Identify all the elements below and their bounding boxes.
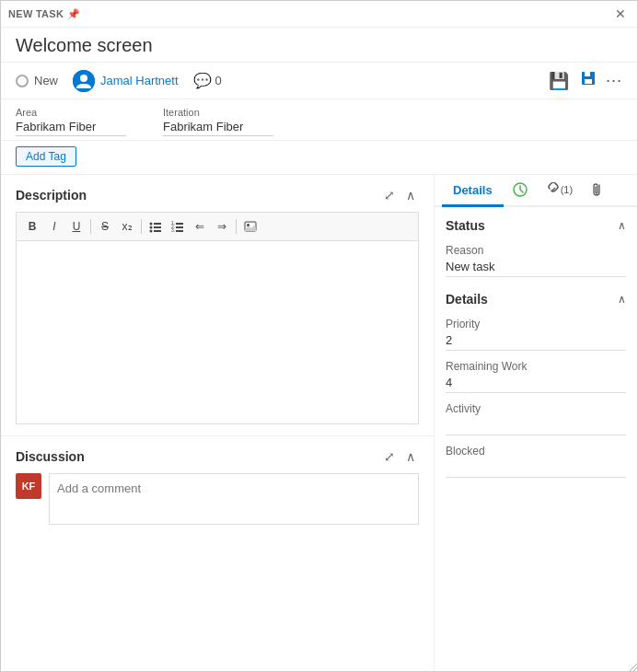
save-button[interactable]: 💾 xyxy=(547,69,571,93)
details-section-header: Details ∧ xyxy=(446,292,626,310)
status-section-title: Status xyxy=(446,218,485,233)
blocked-field-row: Blocked xyxy=(446,445,626,478)
comment-user-initials: KF xyxy=(22,481,36,492)
title-bar: NEW TASK 📌 ✕ xyxy=(1,1,637,28)
comment-icon: 💬 xyxy=(193,72,212,89)
resize-handle[interactable] xyxy=(626,660,637,671)
svg-point-5 xyxy=(150,223,153,226)
save-close-button[interactable] xyxy=(578,68,598,93)
svg-point-9 xyxy=(150,230,153,233)
discussion-section: Discussion ⤢ ∧ KF xyxy=(1,436,434,536)
discussion-title: Discussion xyxy=(16,449,85,464)
numbered-list-button[interactable]: 1.2.3. xyxy=(168,216,188,237)
title-bar-left: NEW TASK 📌 xyxy=(8,8,80,20)
bullet-list-button[interactable] xyxy=(145,216,166,237)
bold-button[interactable]: B xyxy=(22,216,42,237)
tab-attachments[interactable] xyxy=(582,175,615,207)
activity-value[interactable] xyxy=(446,417,626,435)
comment-badge[interactable]: 💬 0 xyxy=(193,72,222,89)
activity-field-row: Activity xyxy=(446,402,626,435)
priority-label: Priority xyxy=(446,318,626,330)
svg-rect-4 xyxy=(585,79,592,84)
assigned-user-name: Jamal Hartnett xyxy=(100,74,179,87)
meta-row: Area Fabrikam Fiber Iteration Fabrikam F… xyxy=(1,99,637,141)
blocked-label: Blocked xyxy=(446,445,626,458)
right-panel: Details (1) Status xyxy=(435,175,637,671)
strikethrough-button[interactable]: S xyxy=(95,216,115,237)
avatar xyxy=(73,70,95,92)
rte-separator-2 xyxy=(141,219,142,234)
area-label: Area xyxy=(16,107,126,118)
remaining-work-label: Remaining Work xyxy=(446,360,626,373)
status-collapse-button[interactable]: ∧ xyxy=(618,219,626,232)
svg-rect-8 xyxy=(154,226,161,228)
comment-user-avatar: KF xyxy=(16,473,41,499)
description-collapse-icon[interactable]: ∧ xyxy=(402,186,419,204)
main-content: Description ⤢ ∧ B I U S x₂ xyxy=(1,175,637,671)
indent-increase-button[interactable]: ⇒ xyxy=(212,216,232,237)
tab-details-label: Details xyxy=(453,183,493,197)
svg-rect-10 xyxy=(154,230,161,232)
iteration-label: Iteration xyxy=(163,107,273,118)
priority-value[interactable]: 2 xyxy=(446,332,626,351)
svg-rect-14 xyxy=(176,226,183,228)
remaining-work-field-row: Remaining Work 4 xyxy=(446,360,626,393)
close-button[interactable]: ✕ xyxy=(611,5,630,23)
more-options-button[interactable]: ··· xyxy=(606,71,622,90)
svg-point-18 xyxy=(247,224,249,226)
svg-rect-12 xyxy=(176,223,183,225)
assigned-user[interactable]: Jamal Hartnett xyxy=(73,70,179,92)
area-field: Area Fabrikam Fiber xyxy=(16,107,126,136)
status-circle-icon xyxy=(16,75,29,87)
status-label: New xyxy=(34,74,58,87)
right-content: Status ∧ Reason New task Details ∧ xyxy=(435,207,637,671)
description-editor[interactable] xyxy=(16,240,419,424)
tabs-row: Details (1) xyxy=(435,175,637,207)
left-panel: Description ⤢ ∧ B I U S x₂ xyxy=(1,175,435,671)
pin-icon[interactable]: 📌 xyxy=(67,8,80,20)
description-expand-icon[interactable]: ⤢ xyxy=(380,186,399,204)
iteration-value[interactable]: Fabrikam Fiber xyxy=(163,120,273,136)
blocked-value[interactable] xyxy=(446,459,626,478)
tab-activity[interactable] xyxy=(504,175,537,207)
discussion-expand-icon[interactable]: ⤢ xyxy=(380,447,399,466)
rte-separator-3 xyxy=(236,219,237,234)
page-title: Welcome screen xyxy=(16,35,622,56)
remaining-work-value[interactable]: 4 xyxy=(446,375,626,393)
status-section-header: Status ∧ xyxy=(446,218,626,237)
activity-label: Activity xyxy=(446,402,626,415)
rte-separator-1 xyxy=(90,219,91,234)
svg-point-1 xyxy=(80,75,87,82)
description-section-header: Description ⤢ ∧ xyxy=(16,186,419,204)
toolbar-row: New Jamal Hartnett 💬 0 💾 xyxy=(1,63,637,99)
reason-field-row: Reason New task xyxy=(446,244,626,277)
image-button[interactable] xyxy=(240,216,261,237)
tab-links[interactable]: (1) xyxy=(537,175,582,207)
italic-button[interactable]: I xyxy=(44,216,64,237)
tab-details[interactable]: Details xyxy=(442,176,504,207)
discussion-collapse-icon[interactable]: ∧ xyxy=(402,447,419,466)
indent-decrease-button[interactable]: ⇐ xyxy=(190,216,210,237)
description-section: Description ⤢ ∧ B I U S x₂ xyxy=(1,175,434,436)
priority-field-row: Priority 2 xyxy=(446,318,626,351)
discussion-actions: ⤢ ∧ xyxy=(380,447,419,466)
tab-links-count: (1) xyxy=(561,184,573,195)
page-title-area: Welcome screen xyxy=(1,28,637,63)
status-field-section: Status ∧ Reason New task xyxy=(446,218,626,277)
svg-rect-16 xyxy=(176,230,183,232)
iteration-field: Iteration Fabrikam Fiber xyxy=(163,107,273,136)
comment-input[interactable] xyxy=(49,473,419,525)
underline-button[interactable]: U xyxy=(66,216,87,237)
add-tag-button[interactable]: Add Tag xyxy=(16,146,76,167)
svg-rect-6 xyxy=(154,223,161,225)
details-section-title: Details xyxy=(446,292,488,307)
status-badge[interactable]: New xyxy=(16,74,58,87)
main-window: NEW TASK 📌 ✕ Welcome screen New Jamal Ha… xyxy=(0,0,638,672)
window-title: NEW TASK xyxy=(8,8,64,19)
description-actions: ⤢ ∧ xyxy=(380,186,419,204)
subscript-button[interactable]: x₂ xyxy=(117,216,137,237)
comment-count: 0 xyxy=(215,74,222,87)
details-collapse-button[interactable]: ∧ xyxy=(618,293,626,306)
area-value[interactable]: Fabrikam Fiber xyxy=(16,120,126,136)
reason-value[interactable]: New task xyxy=(446,259,626,277)
